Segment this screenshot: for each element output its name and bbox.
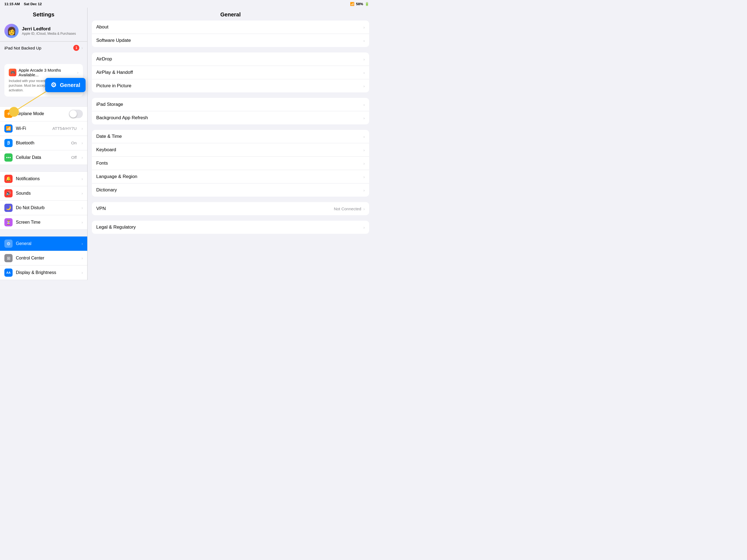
status-time: 11:15 AM Sat Dec 12	[4, 2, 42, 6]
date-display: Sat Dec 12	[24, 2, 42, 6]
sidebar: Settings 👩 Jerri Ledford Apple ID, iClou…	[0, 8, 87, 280]
profile-name: Jerri Ledford	[22, 26, 76, 32]
profile-info: Jerri Ledford Apple ID, iCloud, Media & …	[22, 26, 76, 35]
controlcenter-icon: ⊞	[4, 254, 12, 262]
detail-item-dictionary[interactable]: Dictionary ›	[92, 183, 369, 197]
detail-group-locale: Date & Time › Keyboard › Fonts › Languag…	[92, 130, 369, 197]
status-bar: 11:15 AM Sat Dec 12 📶 58% 🔋	[0, 0, 374, 8]
screentime-chevron-icon: ›	[81, 220, 83, 225]
time-display: 11:15 AM	[4, 2, 20, 6]
avatar-emoji: 👩	[7, 27, 17, 35]
keyboard-chevron-icon: ›	[363, 148, 365, 152]
detail-item-language[interactable]: Language & Region ›	[92, 170, 369, 183]
detail-item-about[interactable]: About ›	[92, 21, 369, 34]
profile-sub: Apple ID, iCloud, Media & Purchases	[22, 32, 76, 35]
sidebar-item-sounds[interactable]: 🔊 Sounds ›	[0, 186, 87, 201]
sidebar-item-label: Airplane Mode	[16, 111, 66, 116]
cellular-icon: ●●●	[4, 153, 12, 161]
backup-badge: 1	[73, 45, 79, 51]
general-chevron-icon: ›	[81, 241, 83, 246]
dictionary-label: Dictionary	[96, 187, 363, 193]
detail-item-vpn[interactable]: VPN Not Connected ›	[92, 202, 369, 215]
sidebar-item-general[interactable]: ⚙ General ›	[0, 236, 87, 251]
arcade-section[interactable]: 🎮 Apple Arcade 3 Months Available... › I…	[4, 64, 83, 96]
divider-4	[0, 230, 87, 236]
detail-group-legal: Legal & Regulatory ›	[92, 221, 369, 234]
datetime-label: Date & Time	[96, 134, 363, 139]
sidebar-item-label: Display & Brightness	[16, 270, 78, 275]
sidebar-item-label: Notifications	[16, 176, 78, 181]
divider-1	[0, 54, 87, 61]
detail-item-backgroundrefresh[interactable]: Background App Refresh ›	[92, 111, 369, 124]
detail-item-legal[interactable]: Legal & Regulatory ›	[92, 221, 369, 234]
sidebar-item-bluetooth[interactable]: Ꞵ Bluetooth On ›	[0, 136, 87, 150]
sidebar-item-controlcenter[interactable]: ⊞ Control Center ›	[0, 251, 87, 265]
profile-section[interactable]: 👩 Jerri Ledford Apple ID, iCloud, Media …	[0, 21, 87, 41]
wifi-value: ATT54rHY7U	[52, 126, 77, 131]
detail-group-info: About › Software Update ›	[92, 21, 369, 47]
sidebar-item-label: General	[16, 241, 78, 246]
sidebar-item-label: Screen Time	[16, 220, 78, 225]
vpn-label: VPN	[96, 206, 334, 211]
language-chevron-icon: ›	[363, 175, 365, 179]
sidebar-item-displaybrightness[interactable]: AA Display & Brightness ›	[0, 265, 87, 280]
sidebar-item-donotdisturb[interactable]: 🌙 Do Not Disturb ›	[0, 201, 87, 215]
avatar: 👩	[4, 24, 19, 38]
backup-row[interactable]: iPad Not Backed Up 1 ›	[0, 41, 87, 54]
detail-item-airdrop[interactable]: AirDrop ›	[92, 52, 369, 66]
sidebar-item-cellular[interactable]: ●●● Cellular Data Off ›	[0, 150, 87, 165]
notifications-icon: 🔔	[4, 175, 12, 183]
displaybrightness-icon: AA	[4, 269, 12, 277]
arcade-title: Apple Arcade 3 Months Available...	[19, 68, 75, 77]
about-chevron-icon: ›	[363, 25, 365, 29]
settings-group-connectivity: ✈ Airplane Mode 📶 Wi-Fi ATT54rHY7U › Ꞵ B…	[0, 106, 87, 165]
sidebar-item-wifi[interactable]: 📶 Wi-Fi ATT54rHY7U ›	[0, 121, 87, 136]
sounds-chevron-icon: ›	[81, 191, 83, 196]
detail-content: About › Software Update › AirDrop › AirP…	[87, 21, 374, 280]
detail-item-pictureinpicture[interactable]: Picture in Picture ›	[92, 79, 369, 93]
bluetooth-chevron-icon: ›	[81, 141, 83, 145]
status-indicators: 📶 58% 🔋	[350, 2, 369, 6]
legal-chevron-icon: ›	[363, 225, 365, 230]
settings-group-alerts: 🔔 Notifications › 🔊 Sounds › 🌙 Do Not Di…	[0, 172, 87, 230]
cellular-chevron-icon: ›	[81, 155, 83, 160]
arcade-chevron-icon: ›	[77, 70, 78, 75]
keyboard-label: Keyboard	[96, 147, 363, 153]
backup-chevron-icon: ›	[81, 46, 83, 50]
sounds-icon: 🔊	[4, 189, 12, 198]
ipadstorage-chevron-icon: ›	[363, 102, 365, 107]
battery-display: 58%	[356, 2, 363, 6]
bluetooth-value: On	[71, 141, 77, 145]
sidebar-item-airplane[interactable]: ✈ Airplane Mode	[0, 106, 87, 121]
sidebar-item-label: Wi-Fi	[16, 126, 49, 131]
detail-item-fonts[interactable]: Fonts ›	[92, 157, 369, 170]
detail-item-softwareupdate[interactable]: Software Update ›	[92, 34, 369, 47]
wifi-icon: 📶	[350, 2, 354, 6]
sidebar-item-notifications[interactable]: 🔔 Notifications ›	[0, 172, 87, 186]
cellular-value: Off	[71, 155, 77, 160]
fonts-chevron-icon: ›	[363, 161, 365, 166]
legal-label: Legal & Regulatory	[96, 225, 363, 230]
toggle-thumb	[70, 110, 77, 118]
battery-icon: 🔋	[365, 2, 369, 6]
notifications-chevron-icon: ›	[81, 177, 83, 181]
pip-chevron-icon: ›	[363, 84, 365, 88]
dictionary-chevron-icon: ›	[363, 188, 365, 193]
detail-panel: General About › Software Update › AirDro…	[87, 8, 374, 280]
vpn-value: Not Connected	[334, 206, 361, 211]
settings-group-system: ⚙ General › ⊞ Control Center › AA Displa…	[0, 236, 87, 280]
detail-item-datetime[interactable]: Date & Time ›	[92, 130, 369, 143]
sidebar-item-screentime[interactable]: ⏳ Screen Time ›	[0, 215, 87, 230]
detail-item-airplay[interactable]: AirPlay & Handoff ›	[92, 66, 369, 79]
detail-item-ipadstorage[interactable]: iPad Storage ›	[92, 98, 369, 111]
detail-item-keyboard[interactable]: Keyboard ›	[92, 143, 369, 157]
arcade-icon: 🎮	[9, 69, 17, 76]
language-label: Language & Region	[96, 174, 363, 179]
sidebar-item-label: Control Center	[16, 256, 78, 261]
softwareupdate-chevron-icon: ›	[363, 38, 365, 43]
divider-2	[0, 100, 87, 106]
airplane-toggle[interactable]	[69, 110, 83, 118]
wifi-chevron-icon: ›	[81, 126, 83, 131]
backup-text: iPad Not Backed Up	[4, 46, 73, 50]
about-label: About	[96, 24, 363, 30]
